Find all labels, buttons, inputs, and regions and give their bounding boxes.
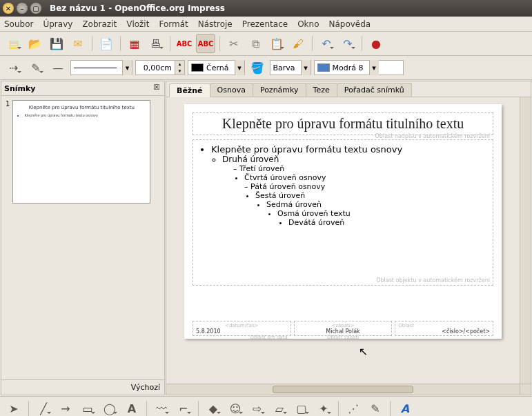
- menu-help[interactable]: Nápověda: [328, 19, 371, 29]
- slide-title-placeholder[interactable]: Klepněte pro úpravu formátu titulního te…: [193, 112, 493, 135]
- highlighter-button[interactable]: ✎: [26, 58, 46, 77]
- menu-view[interactable]: Zobrazit: [82, 19, 117, 29]
- slides-panel: Snímky ☒ 1 Klepněte pro úpravu formátu t…: [1, 81, 165, 395]
- fill-color-combo[interactable]: Modrá 8▾: [314, 60, 404, 75]
- slide-body-placeholder[interactable]: Oblast nadpisu v automatickém rozvržení …: [193, 139, 493, 286]
- standard-toolbar: ▤ 📂 💾 ✉ 📄 ▦ 🖶 ABC ABC ✂ ⧉ 📋 🖌 ↶ ↷ ●: [0, 32, 532, 56]
- connector-tool[interactable]: ⌐: [174, 399, 193, 416]
- tab-notes[interactable]: Poznámky: [253, 83, 306, 97]
- window-maximize-button[interactable]: ▢: [30, 3, 41, 14]
- line-color-combo[interactable]: Černá▾: [188, 60, 245, 75]
- footer-date-box[interactable]: <datum/čas> 5.8.2010 Oblast pro data: [193, 321, 291, 336]
- stars-tool[interactable]: ✦: [314, 399, 333, 416]
- slides-panel-title: Snímky: [4, 84, 35, 93]
- line-width-input[interactable]: [136, 63, 175, 72]
- curve-tool[interactable]: 〰: [152, 399, 171, 416]
- menu-format[interactable]: Formát: [159, 19, 188, 29]
- redo-button[interactable]: ↷: [338, 34, 357, 53]
- symbol-shapes-tool[interactable]: ☺: [226, 399, 245, 416]
- basic-shapes-tool[interactable]: ◆: [204, 399, 223, 416]
- close-panel-button[interactable]: ☒: [152, 83, 161, 93]
- menu-window[interactable]: Okno: [297, 19, 319, 29]
- layout-name: Výchozí: [1, 379, 164, 395]
- window-minimize-button[interactable]: –: [17, 3, 28, 14]
- edit-file-button[interactable]: 📄: [97, 34, 116, 53]
- flowchart-tool[interactable]: ▱: [270, 399, 289, 416]
- vertical-scrollbar[interactable]: [520, 97, 531, 384]
- points-tool[interactable]: ⋰: [344, 399, 363, 416]
- tab-handout[interactable]: Teze: [306, 83, 337, 97]
- copy-button[interactable]: ⧉: [246, 34, 265, 53]
- horizontal-scrollbar[interactable]: [166, 384, 531, 395]
- spellcheck-button[interactable]: ABC: [175, 34, 194, 53]
- window-title: Bez názvu 1 - OpenOffice.org Impress: [50, 3, 225, 13]
- line-style-combo[interactable]: ▾: [70, 60, 132, 75]
- fill-type-combo[interactable]: Barva▾: [270, 60, 311, 75]
- print-button[interactable]: 🖶: [146, 34, 166, 53]
- rectangle-tool[interactable]: ▭: [78, 399, 97, 416]
- export-pdf-button[interactable]: ▦: [125, 34, 144, 53]
- menubar: Soubor Úpravy Zobrazit Vložit Formát Nás…: [0, 17, 532, 32]
- window-close-button[interactable]: ✕: [3, 3, 14, 14]
- fontwork-tool[interactable]: A: [395, 399, 415, 416]
- arrow-tool[interactable]: →: [56, 399, 75, 416]
- callout-tool[interactable]: ▢: [292, 399, 311, 416]
- select-tool[interactable]: ➤: [4, 399, 23, 416]
- ellipse-tool[interactable]: ◯: [100, 399, 119, 416]
- save-button[interactable]: 💾: [47, 34, 66, 53]
- email-button[interactable]: ✉: [68, 34, 88, 53]
- undo-button[interactable]: ↶: [317, 34, 336, 53]
- menu-edit[interactable]: Úpravy: [43, 19, 72, 29]
- record-button[interactable]: ●: [366, 34, 386, 53]
- menu-file[interactable]: Soubor: [4, 19, 33, 29]
- arrow-style-button[interactable]: ⇢: [4, 58, 23, 77]
- menu-presentation[interactable]: Prezentace: [242, 19, 288, 29]
- format-paintbrush-button[interactable]: 🖌: [288, 34, 308, 53]
- new-document-button[interactable]: ▤: [4, 34, 23, 53]
- open-button[interactable]: 📂: [26, 34, 45, 53]
- autospell-button[interactable]: ABC: [196, 34, 215, 53]
- slide-canvas[interactable]: Klepněte pro úpravu formátu titulního te…: [184, 104, 502, 339]
- footer-center-box[interactable]: <zápatí> Michal Polák Oblast zápatí: [294, 321, 393, 336]
- footer-number-box[interactable]: Oblast <číslo>/<počet>: [395, 321, 493, 336]
- line-style-button[interactable]: —: [48, 58, 68, 77]
- line-tool[interactable]: ╱: [34, 399, 53, 416]
- text-tool[interactable]: A: [122, 399, 141, 416]
- line-fill-toolbar: ⇢ ✎ — ▾ ▴▾ Černá▾ 🪣 Barva▾ Modrá 8▾: [0, 56, 532, 80]
- tab-normal[interactable]: Běžné: [169, 83, 210, 97]
- thumb-number: 1: [6, 100, 10, 204]
- glue-tool[interactable]: ✎: [366, 399, 385, 416]
- drawing-toolbar: ➤ ╱ → ▭ ◯ A 〰 ⌐ ◆ ☺ ⇨ ▱ ▢ ✦ ⋰ ✎ A: [0, 396, 532, 416]
- hint-body-area: Oblast objektu v automatickém rozvržení: [376, 277, 490, 284]
- block-arrows-tool[interactable]: ⇨: [248, 399, 267, 416]
- slide-thumbnail[interactable]: Klepněte pro úpravu formátu titulního te…: [12, 100, 150, 204]
- menu-insert[interactable]: Vložit: [126, 19, 149, 29]
- line-width-spinner[interactable]: ▴▾: [135, 60, 185, 75]
- menu-tools[interactable]: Nástroje: [198, 19, 233, 29]
- tab-sorter[interactable]: Pořadač snímků: [337, 83, 412, 97]
- fill-bucket-button[interactable]: 🪣: [248, 58, 267, 77]
- main-edit-area: Běžné Osnova Poznámky Teze Pořadač snímk…: [166, 81, 531, 395]
- tab-outline[interactable]: Osnova: [210, 83, 253, 97]
- paste-button[interactable]: 📋: [267, 34, 286, 53]
- cut-button[interactable]: ✂: [224, 34, 244, 53]
- hint-title-area: Oblast nadpisu v automatickém rozvržení: [375, 133, 490, 139]
